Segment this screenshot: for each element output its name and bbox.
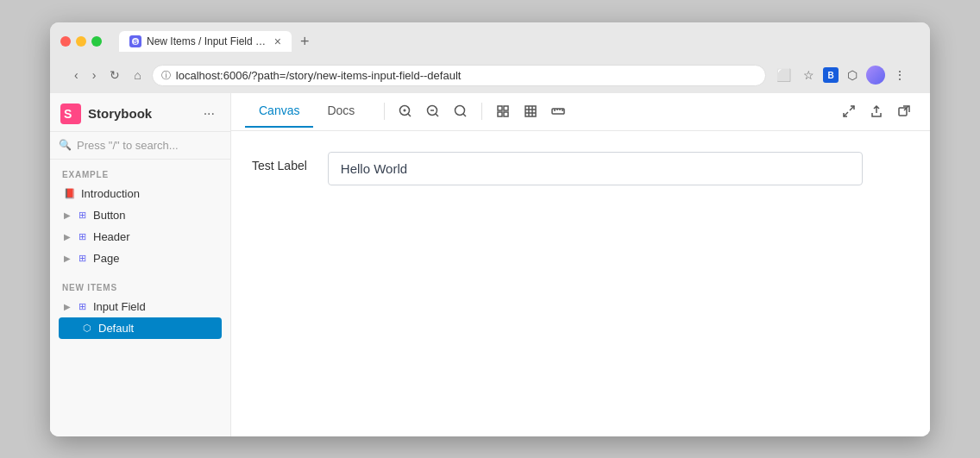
story-icon: ⬡	[81, 322, 93, 334]
chevron-right-icon: ▶	[64, 232, 71, 242]
svg-rect-17	[525, 106, 536, 116]
address-bar[interactable]: ⓘ localhost:6006/?path=/story/new-items-…	[152, 65, 766, 86]
profile-avatar[interactable]	[866, 66, 885, 85]
lock-icon: ⓘ	[161, 69, 171, 82]
address-text: localhost:6006/?path=/story/new-items-in…	[176, 69, 757, 82]
cast-button[interactable]: ⬜	[773, 66, 795, 84]
search-input-wrap: 🔍 Press "/" to search...	[59, 139, 222, 152]
component-icon: ⊞	[76, 209, 88, 221]
sidebar-item-introduction[interactable]: 📕 Introduction	[59, 183, 222, 204]
center-button[interactable]	[491, 101, 515, 122]
tab-favicon: S	[129, 35, 141, 47]
sidebar-section-example: EXAMPLE 📕 Introduction ▶ ⊞ Button ▶ ⊞ He…	[50, 160, 230, 273]
sidebar-item-label: Default	[98, 322, 134, 335]
svg-text:S: S	[134, 39, 138, 45]
browser-controls: S New Items / Input Field - Defau × +	[60, 31, 920, 53]
bookmark-button[interactable]: ☆	[800, 66, 818, 84]
zoom-out-button[interactable]	[421, 101, 445, 122]
field-label: Test Label	[252, 152, 307, 173]
expand-button[interactable]	[837, 101, 861, 122]
demo-input-field[interactable]	[328, 152, 863, 185]
forward-button[interactable]: ›	[89, 66, 100, 84]
refresh-button[interactable]: ↻	[106, 66, 123, 84]
chevron-right-icon: ▶	[64, 210, 71, 220]
traffic-lights	[60, 36, 102, 47]
toolbar-divider	[384, 103, 385, 120]
book-icon: 📕	[64, 187, 76, 199]
svg-rect-14	[504, 106, 508, 110]
browser-addressbar: ‹ › ↻ ⌂ ⓘ localhost:6006/?path=/story/ne…	[60, 60, 920, 93]
svg-line-7	[408, 114, 411, 116]
component-icon: ⊞	[76, 300, 88, 312]
extensions-button[interactable]: ⬡	[844, 66, 861, 84]
svg-line-12	[463, 114, 466, 116]
sidebar-item-label: Introduction	[81, 187, 140, 200]
sidebar-header: S Storybook ···	[50, 93, 230, 132]
app-content: S Storybook ··· 🔍 Press "/" to search...…	[50, 93, 930, 436]
sidebar-item-input-field[interactable]: ▶ ⊞ Input Field	[59, 296, 222, 317]
browser-titlebar: S New Items / Input Field - Defau × + ‹ …	[50, 22, 930, 93]
toolbar: Canvas Docs	[231, 93, 930, 131]
sidebar-menu-button[interactable]: ···	[198, 104, 220, 123]
canvas-area: Test Label	[231, 131, 930, 436]
sidebar-item-page[interactable]: ▶ ⊞ Page	[59, 248, 222, 269]
bitwarden-extension-icon[interactable]: B	[823, 67, 839, 83]
component-icon: ⊞	[76, 230, 88, 242]
sidebar-item-default[interactable]: ⬡ Default	[59, 317, 222, 339]
sidebar-item-label: Button	[93, 209, 126, 222]
chevron-right-icon: ▶	[64, 302, 71, 311]
zoom-reset-button[interactable]	[449, 101, 473, 122]
grid-button[interactable]	[518, 101, 543, 122]
sidebar-logo: S Storybook	[60, 104, 152, 124]
chevron-right-icon: ▶	[64, 254, 71, 263]
storybook-logo-icon: S	[60, 104, 81, 124]
svg-rect-15	[498, 112, 502, 116]
tab-docs[interactable]: Docs	[313, 95, 368, 128]
storybook-logo-text: Storybook	[88, 106, 152, 121]
browser-actions: ⬜ ☆ B ⬡ ⋮	[773, 66, 909, 85]
svg-text:S: S	[64, 107, 72, 121]
sidebar-item-label: Input Field	[93, 300, 146, 313]
tab-canvas[interactable]: Canvas	[245, 95, 313, 128]
tabs-row: S New Items / Input Field - Defau × +	[119, 31, 920, 53]
search-placeholder: Press "/" to search...	[77, 139, 179, 152]
sidebar: S Storybook ··· 🔍 Press "/" to search...…	[50, 93, 231, 436]
sidebar-item-header[interactable]: ▶ ⊞ Header	[59, 226, 222, 248]
minimize-button[interactable]	[76, 36, 86, 47]
svg-rect-16	[504, 112, 508, 116]
svg-point-11	[455, 106, 465, 116]
sidebar-section-new-items: NEW ITEMS ▶ ⊞ Input Field ⬡ Default	[50, 273, 230, 342]
open-new-tab-button[interactable]	[892, 101, 916, 122]
sidebar-item-button[interactable]: ▶ ⊞ Button	[59, 204, 222, 226]
close-button[interactable]	[60, 36, 71, 47]
browser-window: S New Items / Input Field - Defau × + ‹ …	[50, 22, 930, 436]
sidebar-search[interactable]: 🔍 Press "/" to search...	[50, 132, 230, 160]
section-label-example: EXAMPLE	[59, 170, 222, 179]
maximize-button[interactable]	[91, 36, 102, 47]
zoom-in-button[interactable]	[393, 101, 418, 122]
home-button[interactable]: ⌂	[130, 66, 144, 84]
browser-tab[interactable]: S New Items / Input Field - Defau ×	[119, 31, 292, 52]
back-button[interactable]: ‹	[71, 66, 82, 84]
new-tab-button[interactable]: +	[295, 31, 315, 53]
component-icon: ⊞	[76, 252, 88, 264]
tab-close-button[interactable]: ×	[274, 35, 281, 47]
toolbar-divider-2	[481, 103, 482, 120]
search-icon: 🔍	[59, 139, 72, 151]
sidebar-item-label: Header	[93, 230, 130, 243]
main-panel: Canvas Docs	[231, 93, 930, 436]
chrome-menu-button[interactable]: ⋮	[890, 66, 909, 84]
toolbar-tabs: Canvas Docs	[245, 95, 368, 128]
svg-line-10	[436, 114, 438, 116]
share-button[interactable]	[864, 101, 889, 122]
svg-rect-13	[498, 106, 502, 110]
measure-button[interactable]	[546, 101, 570, 122]
section-label-new-items: NEW ITEMS	[59, 283, 222, 292]
sidebar-item-label: Page	[93, 252, 119, 265]
tab-title: New Items / Input Field - Defau	[147, 35, 269, 47]
